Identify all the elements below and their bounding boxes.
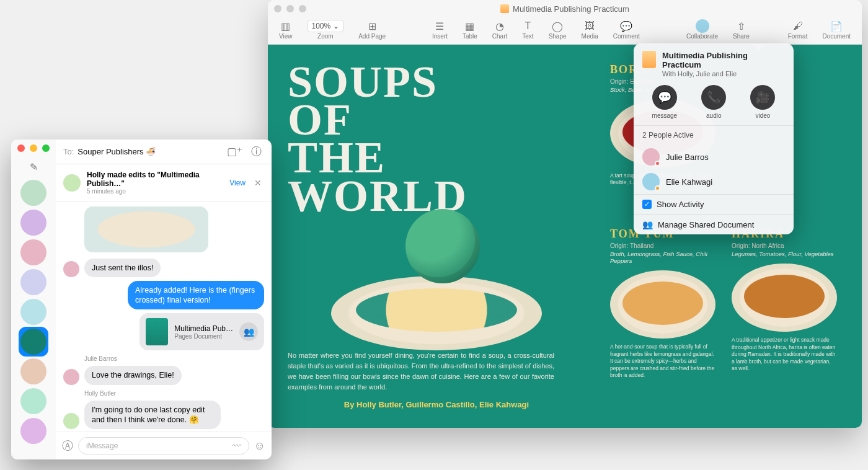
- conversation-item[interactable]: [19, 178, 48, 208]
- active-people-header: 2 People Active: [634, 125, 794, 144]
- insert-icon: ☰: [435, 19, 444, 33]
- recipe-origin: Origin: North Africa: [732, 242, 837, 249]
- outgoing-message: Already added! Here is the (fingers cros…: [63, 281, 264, 310]
- conversation-item[interactable]: [19, 327, 48, 357]
- share-tool[interactable]: ⇧Share: [728, 17, 755, 42]
- format-icon: 🖌: [793, 19, 803, 33]
- close-dot[interactable]: [274, 5, 281, 12]
- input-placeholder: iMessage: [86, 441, 118, 450]
- table-tool[interactable]: ▦Table: [458, 17, 482, 42]
- compose-button[interactable]: ✎: [26, 159, 41, 174]
- minimize-dot[interactable]: [286, 5, 294, 12]
- facetime-icon[interactable]: ▢⁺: [224, 145, 245, 158]
- show-activity-checkbox[interactable]: ✓: [642, 200, 652, 209]
- zoom-tool[interactable]: 100% ⌄Zoom: [303, 17, 349, 42]
- conversation-avatar: [20, 418, 46, 444]
- person-avatar: [642, 148, 660, 166]
- toolbar: ▥View 100% ⌄Zoom ⊞Add Page ☰Insert ▦Tabl…: [268, 17, 862, 45]
- incoming-message: I'm going to do one last copy edit and t…: [63, 401, 264, 430]
- collaboration-popover: Multimedia Publishing Practicum With Hol…: [634, 43, 794, 234]
- zoom-dot[interactable]: [299, 5, 306, 12]
- attachment-subtitle: Pages Document: [174, 333, 233, 340]
- show-activity-label: Show Activity: [657, 200, 704, 209]
- message-avatar: [63, 369, 79, 385]
- message-bubble[interactable]: I'm going to do one last copy edit and t…: [84, 401, 221, 430]
- recipe-card: HARIRA Origin: North Africa Legumes, Tom…: [732, 228, 837, 409]
- text-icon: T: [525, 19, 531, 33]
- collab-people-icon[interactable]: 👥: [239, 322, 258, 341]
- details-icon[interactable]: ⓘ: [249, 144, 264, 159]
- message-input[interactable]: iMessage 〰: [78, 437, 249, 454]
- conversation-item[interactable]: [19, 386, 48, 416]
- conversation-avatar: [20, 299, 46, 325]
- document-tool[interactable]: 📄Document: [817, 17, 856, 42]
- zoom-value: 100% ⌄: [308, 19, 344, 33]
- people-icon: 👥: [642, 219, 653, 229]
- document-title: Multimedia Publishing Practicum: [500, 4, 629, 14]
- collab-notification: Holly made edits to "Multimedia Publish……: [56, 164, 272, 202]
- comment-icon: 💬: [620, 19, 632, 33]
- to-label: To:: [63, 147, 74, 156]
- recipe-illustration: [732, 264, 837, 332]
- conversation-avatar: [20, 239, 46, 265]
- conversation-item[interactable]: [19, 357, 48, 386]
- message-image[interactable]: [84, 206, 208, 252]
- comment-tool[interactable]: 💬Comment: [608, 17, 645, 42]
- close-dot[interactable]: [17, 144, 25, 152]
- share-icon: ⇧: [737, 19, 745, 33]
- message-action[interactable]: 💬message: [652, 85, 678, 119]
- format-tool[interactable]: 🖌Format: [783, 17, 813, 42]
- message-icon: 💬: [652, 85, 677, 110]
- message-thread[interactable]: Just sent the illos!Already added! Here …: [56, 202, 272, 432]
- audio-action[interactable]: 📞audio: [701, 85, 726, 119]
- notif-view-link[interactable]: View: [229, 179, 246, 187]
- doc-thumb-icon: [642, 51, 656, 68]
- message-avatar: [63, 413, 79, 429]
- manage-shared-row[interactable]: 👥 Manage Shared Document: [634, 214, 794, 234]
- text-tool[interactable]: TText: [517, 17, 538, 42]
- emoji-icon[interactable]: ☺: [254, 440, 265, 453]
- conversation-item[interactable]: [19, 297, 48, 327]
- zoom-dot[interactable]: [42, 144, 50, 152]
- attachment-bubble[interactable]: Multimedia Pub…Pages Document 👥: [140, 313, 264, 350]
- apps-icon[interactable]: Ⓐ: [62, 438, 73, 453]
- show-activity-row[interactable]: ✓ Show Activity: [634, 194, 794, 214]
- recipe-card: TOM YUM Origin: Thailand Broth, Lemongra…: [610, 228, 715, 409]
- recipe-description: A traditional appetizer or light snack m…: [732, 337, 837, 372]
- conversation-avatar: [20, 329, 46, 355]
- insert-tool[interactable]: ☰Insert: [427, 17, 453, 42]
- hero-illustration: [331, 209, 542, 350]
- audio-wave-icon[interactable]: 〰: [232, 441, 241, 451]
- collaborate-tool[interactable]: Collaborate: [681, 17, 723, 42]
- add-page-tool[interactable]: ⊞Add Page: [353, 17, 391, 42]
- active-person[interactable]: Elie Kahwagi: [634, 169, 794, 194]
- shape-tool[interactable]: ◯Shape: [544, 17, 572, 42]
- conversation-item[interactable]: [19, 237, 48, 267]
- media-tool[interactable]: 🖼Media: [577, 17, 603, 42]
- notif-close-icon[interactable]: ✕: [252, 178, 264, 188]
- recipe-ingredients: Legumes, Tomatoes, Flour, Vegetables: [732, 251, 837, 257]
- pages-titlebar: Multimedia Publishing Practicum: [268, 0, 862, 17]
- active-person[interactable]: Julie Barros: [634, 144, 794, 169]
- incoming-message: Just sent the illos!: [63, 259, 264, 277]
- minimize-dot[interactable]: [30, 144, 37, 152]
- conversation-avatar: [20, 388, 46, 414]
- chart-icon: ◔: [495, 19, 504, 33]
- chart-tool[interactable]: ◔Chart: [487, 17, 512, 42]
- document-icon: [500, 4, 509, 13]
- conversation-item[interactable]: [19, 208, 48, 237]
- video-action[interactable]: 🎥video: [750, 85, 775, 119]
- message-bubble[interactable]: Love the drawings, Elie!: [84, 366, 182, 384]
- notif-text: Holly made edits to "Multimedia Publish……: [87, 171, 223, 195]
- view-tool[interactable]: ▥View: [274, 17, 298, 42]
- conversation-avatar: [20, 210, 46, 236]
- sender-label: Julie Barros: [84, 355, 264, 362]
- message-bubble[interactable]: Already added! Here is the (fingers cros…: [128, 281, 264, 310]
- conversation-item[interactable]: [19, 416, 48, 446]
- messages-window-controls: [17, 144, 50, 152]
- pages-window: Multimedia Publishing Practicum ▥View 10…: [268, 0, 862, 428]
- recipe-origin: Origin: Thailand: [610, 242, 715, 249]
- conversation-item[interactable]: [19, 267, 48, 297]
- popover-actions: 💬message 📞audio 🎥video: [634, 82, 794, 125]
- message-bubble[interactable]: Just sent the illos!: [84, 259, 161, 277]
